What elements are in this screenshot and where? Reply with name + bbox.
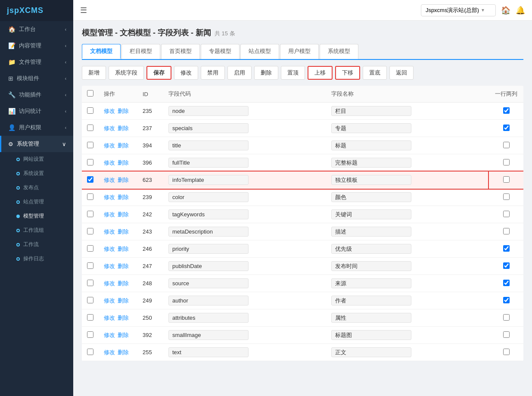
sidebar-item-module[interactable]: ⊞ 模块组件 ‹ (0, 70, 73, 87)
row-checkbox[interactable] (87, 280, 93, 286)
row-checkbox[interactable] (87, 245, 93, 252)
sidebar-sub-site-mgmt[interactable]: 站点管理 (0, 195, 73, 209)
edit-link[interactable]: 修改 (104, 177, 115, 183)
field-code-input[interactable] (168, 175, 249, 185)
field-code-input[interactable] (168, 192, 249, 202)
home-icon[interactable]: 🏠 (501, 6, 510, 15)
edit-link[interactable]: 修改 (104, 194, 115, 200)
sidebar-item-content[interactable]: 📝 内容管理 ‹ (0, 37, 73, 54)
delete-link[interactable]: 删除 (118, 194, 129, 200)
field-name-input[interactable] (331, 244, 411, 254)
tab-special-model[interactable]: 专题模型 (201, 44, 240, 59)
top-button[interactable]: 置顶 (281, 66, 305, 80)
tab-user-model[interactable]: 用户模型 (280, 44, 319, 59)
row-oneline-checkbox[interactable] (503, 331, 510, 338)
row-oneline-checkbox[interactable] (503, 211, 510, 217)
delete-link[interactable]: 删除 (118, 332, 129, 338)
row-oneline-checkbox[interactable] (503, 245, 510, 252)
field-code-input[interactable] (168, 313, 249, 323)
delete-link[interactable]: 删除 (118, 177, 129, 183)
edit-link[interactable]: 修改 (104, 211, 115, 218)
back-button[interactable]: 返回 (389, 66, 414, 80)
bottom-button[interactable]: 置底 (363, 66, 387, 80)
field-name-input[interactable] (331, 296, 411, 306)
row-checkbox[interactable] (87, 176, 93, 183)
edit-link[interactable]: 修改 (104, 297, 115, 304)
field-name-input[interactable] (331, 175, 411, 185)
edit-link[interactable]: 修改 (104, 142, 115, 149)
delete-link[interactable]: 删除 (118, 211, 129, 218)
bell-icon[interactable]: 🔔 (516, 6, 525, 15)
delete-link[interactable]: 删除 (118, 349, 129, 355)
up-button[interactable]: 上移 (308, 66, 333, 80)
row-oneline-checkbox[interactable] (503, 297, 510, 303)
tab-home-model[interactable]: 首页模型 (161, 44, 200, 59)
field-name-input[interactable] (331, 330, 411, 340)
edit-link[interactable]: 修改 (104, 246, 115, 252)
row-oneline-checkbox[interactable] (503, 314, 510, 321)
sidebar-item-users[interactable]: 👤 用户权限 ‹ (0, 119, 73, 136)
edit-link[interactable]: 修改 (104, 332, 115, 338)
field-name-input[interactable] (331, 261, 411, 271)
field-code-input[interactable] (168, 140, 249, 150)
field-name-input[interactable] (331, 347, 411, 357)
edit-link[interactable]: 修改 (104, 108, 115, 114)
field-name-input[interactable] (331, 140, 411, 150)
edit-link[interactable]: 修改 (104, 263, 115, 269)
edit-link[interactable]: 修改 (104, 280, 115, 287)
field-code-input[interactable] (168, 330, 249, 340)
sidebar-sub-site-settings[interactable]: 网站设置 (0, 152, 73, 166)
delete-link[interactable]: 删除 (118, 280, 129, 287)
row-oneline-checkbox[interactable] (503, 280, 510, 286)
delete-link[interactable]: 删除 (118, 246, 129, 252)
sys-field-button[interactable]: 系统字段 (109, 66, 144, 80)
field-code-input[interactable] (168, 278, 249, 288)
field-name-input[interactable] (331, 123, 411, 133)
field-name-input[interactable] (331, 227, 411, 237)
row-checkbox[interactable] (87, 331, 93, 338)
row-checkbox[interactable] (87, 211, 93, 217)
delete-link[interactable]: 删除 (118, 263, 129, 269)
field-name-input[interactable] (331, 209, 411, 219)
field-code-input[interactable] (168, 106, 249, 116)
row-oneline-checkbox[interactable] (503, 262, 510, 269)
field-name-input[interactable] (331, 278, 411, 288)
edit-link[interactable]: 修改 (104, 159, 115, 166)
row-oneline-checkbox[interactable] (503, 349, 510, 355)
sidebar-item-system[interactable]: ⚙ 系统管理 ∨ (0, 136, 73, 152)
field-code-input[interactable] (168, 347, 249, 357)
field-code-input[interactable] (168, 227, 249, 237)
sidebar-item-plugin[interactable]: 🔧 功能插件 ‹ (0, 87, 73, 103)
field-code-input[interactable] (168, 244, 249, 254)
row-oneline-checkbox[interactable] (503, 107, 510, 114)
field-code-input[interactable] (168, 296, 249, 306)
sidebar-sub-sys-settings[interactable]: 系统设置 (0, 166, 73, 181)
disable-button[interactable]: 禁用 (201, 66, 225, 80)
row-checkbox[interactable] (87, 314, 93, 321)
row-checkbox[interactable] (87, 193, 93, 200)
sidebar-item-stats[interactable]: 📊 访问统计 ‹ (0, 103, 73, 119)
row-checkbox[interactable] (87, 125, 93, 131)
delete-link[interactable]: 删除 (118, 159, 129, 166)
field-name-input[interactable] (331, 158, 411, 168)
select-all-checkbox[interactable] (87, 90, 93, 97)
row-oneline-checkbox[interactable] (503, 159, 510, 165)
row-checkbox[interactable] (87, 349, 93, 355)
edit-link[interactable]: 修改 (104, 349, 115, 355)
tab-site-model[interactable]: 站点模型 (240, 44, 279, 59)
sidebar-sub-workflow-group[interactable]: 工作流组 (0, 223, 73, 237)
delete-link[interactable]: 删除 (118, 315, 129, 321)
menu-toggle-icon[interactable]: ☰ (80, 6, 87, 15)
edit-button[interactable]: 修改 (174, 66, 198, 80)
field-code-input[interactable] (168, 123, 249, 133)
site-selector[interactable]: Jspxcms演示站(总部) ▼ (421, 4, 496, 16)
delete-link[interactable]: 删除 (118, 228, 129, 235)
row-checkbox[interactable] (87, 142, 93, 148)
tab-channel-model[interactable]: 栏目模型 (121, 44, 160, 59)
sidebar-sub-op-log[interactable]: 操作日志 (0, 252, 73, 266)
edit-link[interactable]: 修改 (104, 315, 115, 321)
tab-doc-model[interactable]: 文档模型 (82, 44, 121, 59)
tab-system-model[interactable]: 系统模型 (320, 44, 358, 59)
row-oneline-checkbox[interactable] (503, 176, 510, 183)
field-code-input[interactable] (168, 158, 249, 168)
